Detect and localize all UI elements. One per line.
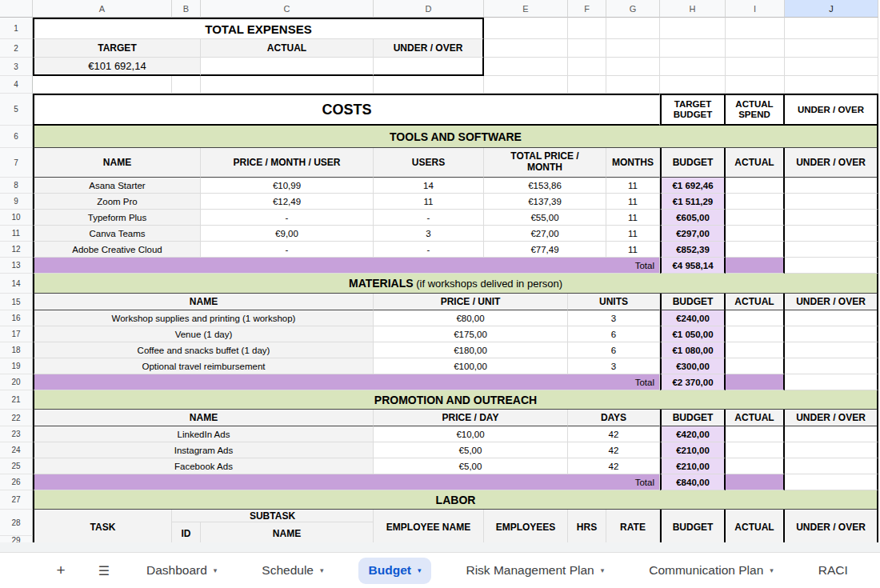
- under-over-cell[interactable]: [785, 210, 878, 226]
- empty-cell[interactable]: [726, 18, 785, 39]
- tools-section-banner[interactable]: TOOLS AND SOFTWARE: [33, 126, 878, 148]
- empty-cell[interactable]: [484, 18, 568, 39]
- tools-budget-cell[interactable]: €297,00: [660, 226, 726, 242]
- tools-totalprice-cell[interactable]: €137,39: [484, 194, 606, 210]
- empty-cell[interactable]: [568, 58, 606, 76]
- row-header[interactable]: 15: [0, 294, 33, 310]
- actual-cell[interactable]: [726, 194, 785, 210]
- promotion-days-cell[interactable]: 42: [568, 426, 660, 442]
- tools-users-cell[interactable]: 14: [374, 178, 484, 194]
- under-over-cell[interactable]: [785, 326, 878, 342]
- tab-dashboard[interactable]: Dashboard ▾: [136, 558, 227, 584]
- labor-underover-header[interactable]: UNDER / OVER: [785, 510, 878, 542]
- row-header[interactable]: 20: [0, 374, 33, 390]
- promotion-actual-header[interactable]: ACTUAL: [726, 410, 785, 426]
- materials-units-cell[interactable]: 6: [568, 326, 660, 342]
- tools-months-cell[interactable]: 11: [606, 242, 660, 258]
- empty-cell[interactable]: [785, 58, 878, 76]
- promotion-total-label[interactable]: Total: [33, 474, 660, 490]
- materials-name-header[interactable]: NAME: [33, 294, 374, 310]
- empty-cell[interactable]: [785, 39, 878, 58]
- tools-price-cell[interactable]: €9,00: [201, 226, 374, 242]
- promotion-budget-cell[interactable]: €420,00: [660, 426, 726, 442]
- promotion-section-banner[interactable]: PROMOTION AND OUTREACH: [33, 390, 878, 410]
- promotion-budget-cell[interactable]: €210,00: [660, 442, 726, 458]
- tools-name-cell[interactable]: Zoom Pro: [33, 194, 201, 210]
- row-header[interactable]: 2: [0, 39, 33, 58]
- tools-name-cell[interactable]: Typeform Plus: [33, 210, 201, 226]
- labor-subtask-name-header[interactable]: NAME: [201, 522, 374, 542]
- actual-cell[interactable]: [726, 210, 785, 226]
- under-over-cell[interactable]: [785, 194, 878, 210]
- col-header-J[interactable]: J: [785, 0, 878, 18]
- tools-name-cell[interactable]: Canva Teams: [33, 226, 201, 242]
- col-header-A[interactable]: A: [33, 0, 172, 18]
- col-header-I[interactable]: I: [726, 0, 785, 18]
- materials-total-label[interactable]: Total: [33, 374, 660, 390]
- tab-schedule[interactable]: Schedule ▾: [251, 558, 334, 584]
- row-header[interactable]: 26: [0, 474, 33, 490]
- empty-cell[interactable]: [606, 76, 660, 94]
- tools-months-cell[interactable]: 11: [606, 210, 660, 226]
- costs-underover-header[interactable]: UNDER / OVER: [785, 94, 878, 126]
- materials-units-header[interactable]: UNITS: [568, 294, 660, 310]
- col-header-E[interactable]: E: [484, 0, 568, 18]
- row-header[interactable]: 24: [0, 442, 33, 458]
- col-header-F[interactable]: F: [568, 0, 606, 18]
- materials-budget-cell[interactable]: €1 050,00: [660, 326, 726, 342]
- col-header-H[interactable]: H: [660, 0, 726, 18]
- total-expenses-target-header[interactable]: TARGET: [33, 39, 201, 58]
- actual-cell[interactable]: [726, 326, 785, 342]
- empty-cell[interactable]: [606, 18, 660, 39]
- labor-employees-header[interactable]: EMPLOYEES: [484, 510, 568, 542]
- tools-budget-header[interactable]: BUDGET: [660, 148, 726, 178]
- materials-section-banner[interactable]: MATERIALS (if workshops delived in perso…: [33, 274, 878, 294]
- tools-months-cell[interactable]: 11: [606, 226, 660, 242]
- promotion-name-cell[interactable]: Instagram Ads: [33, 442, 374, 458]
- labor-hrs-header[interactable]: HRS: [568, 510, 606, 542]
- tools-budget-cell[interactable]: €605,00: [660, 210, 726, 226]
- tools-totalprice-header[interactable]: TOTAL PRICE / MONTH: [484, 148, 606, 178]
- empty-cell[interactable]: [484, 58, 568, 76]
- empty-cell[interactable]: [568, 76, 606, 94]
- under-over-cell[interactable]: [785, 226, 878, 242]
- row-header[interactable]: 5: [0, 94, 33, 126]
- row-header[interactable]: 17: [0, 326, 33, 342]
- under-over-cell[interactable]: [785, 458, 878, 474]
- tools-price-header[interactable]: PRICE / MONTH / USER: [201, 148, 374, 178]
- row-header[interactable]: 1: [0, 18, 33, 39]
- materials-price-header[interactable]: PRICE / UNIT: [374, 294, 568, 310]
- tab-communication-plan[interactable]: Communication Plan ▾: [638, 558, 784, 584]
- actual-cell[interactable]: [726, 242, 785, 258]
- row-header[interactable]: 14: [0, 274, 33, 294]
- promotion-budget-cell[interactable]: €210,00: [660, 458, 726, 474]
- materials-actual-header[interactable]: ACTUAL: [726, 294, 785, 310]
- tab-budget[interactable]: Budget ▾: [358, 558, 432, 584]
- under-over-cell[interactable]: [785, 310, 878, 326]
- empty-cell[interactable]: [172, 76, 201, 94]
- costs-target-budget-header[interactable]: TARGET BUDGET: [660, 94, 726, 126]
- empty-cell[interactable]: [660, 18, 726, 39]
- materials-total-value[interactable]: €2 370,00: [660, 374, 726, 390]
- row-header[interactable]: 3: [0, 58, 33, 76]
- empty-cell[interactable]: [660, 39, 726, 58]
- under-over-cell[interactable]: [785, 358, 878, 374]
- under-over-cell[interactable]: [785, 342, 878, 358]
- tools-price-cell[interactable]: -: [201, 210, 374, 226]
- tools-totalprice-cell[interactable]: €55,00: [484, 210, 606, 226]
- tools-budget-cell[interactable]: €852,39: [660, 242, 726, 258]
- under-over-cell[interactable]: [785, 178, 878, 194]
- tools-months-cell[interactable]: 11: [606, 194, 660, 210]
- empty-cell[interactable]: [785, 76, 878, 94]
- tools-totalprice-cell[interactable]: €27,00: [484, 226, 606, 242]
- actual-cell[interactable]: [726, 474, 785, 490]
- costs-title[interactable]: COSTS: [33, 94, 660, 126]
- under-over-cell[interactable]: [785, 474, 878, 490]
- row-header[interactable]: 16: [0, 310, 33, 326]
- row-header[interactable]: 4: [0, 76, 33, 94]
- actual-cell[interactable]: [726, 458, 785, 474]
- empty-cell[interactable]: [484, 39, 568, 58]
- materials-units-cell[interactable]: 3: [568, 310, 660, 326]
- tools-totalprice-cell[interactable]: €77,49: [484, 242, 606, 258]
- labor-subtask-header[interactable]: SUBTASK: [172, 510, 374, 522]
